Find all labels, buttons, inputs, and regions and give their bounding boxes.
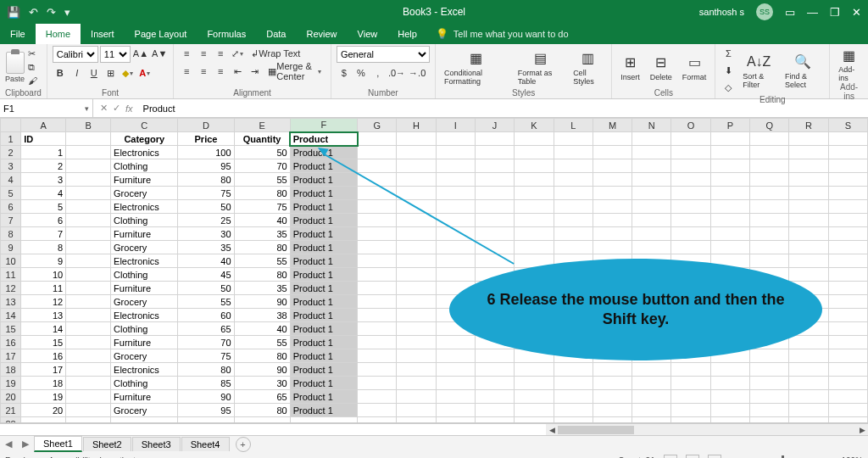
cell-quantity[interactable]: 30 (234, 377, 290, 390)
number-format-select[interactable]: General (337, 46, 430, 63)
cell[interactable] (475, 377, 514, 390)
col-header-N[interactable]: N (632, 119, 671, 132)
cell[interactable] (397, 322, 436, 336)
cell[interactable] (750, 363, 789, 377)
cell[interactable] (632, 132, 671, 146)
cell-quantity[interactable]: 35 (234, 282, 290, 295)
normal-view-button[interactable] (664, 455, 677, 458)
cell[interactable] (66, 227, 111, 241)
cell[interactable] (66, 146, 111, 159)
underline-button[interactable]: U (86, 65, 102, 81)
cell[interactable] (828, 404, 867, 417)
cell-id[interactable]: 18 (21, 377, 66, 390)
cell[interactable] (397, 254, 436, 268)
enter-icon[interactable]: ✓ (113, 103, 120, 114)
sheet-tab-3[interactable]: Sheet3 (132, 437, 181, 451)
cell[interactable] (475, 146, 514, 159)
cell[interactable] (554, 200, 593, 214)
cell[interactable] (632, 417, 671, 424)
cell[interactable] (593, 377, 632, 390)
cell[interactable] (671, 417, 710, 424)
row-header-4[interactable]: 4 (1, 173, 21, 187)
cell[interactable] (828, 295, 867, 309)
cell-category[interactable]: Electronics (111, 146, 178, 159)
cell[interactable] (358, 295, 397, 309)
cell[interactable] (710, 187, 749, 200)
cell[interactable] (828, 132, 867, 146)
cancel-icon[interactable]: ✕ (100, 103, 108, 114)
cell[interactable] (358, 254, 397, 268)
cell[interactable] (671, 159, 710, 173)
cell-price[interactable]: 95 (178, 404, 234, 417)
row-header-11[interactable]: 11 (1, 268, 21, 282)
cell-product[interactable]: Product 1 (290, 173, 357, 187)
cell[interactable] (789, 377, 828, 390)
cell[interactable] (397, 377, 436, 390)
cell-product[interactable]: Product 1 (290, 200, 357, 214)
cell[interactable] (66, 132, 111, 146)
row-header-22[interactable]: 22 (1, 417, 21, 424)
orientation-button[interactable]: ⤢▾ (230, 46, 245, 61)
cell[interactable] (358, 349, 397, 363)
cell-id[interactable]: 6 (21, 214, 66, 227)
cell[interactable] (554, 187, 593, 200)
cell-id[interactable]: 7 (21, 227, 66, 241)
tab-insert[interactable]: Insert (81, 24, 125, 44)
cell[interactable] (750, 404, 789, 417)
page-break-view-button[interactable] (708, 455, 721, 458)
cell-id[interactable]: 14 (21, 322, 66, 336)
tell-me-search[interactable]: 💡 Tell me what you want to do (427, 24, 577, 44)
cell[interactable] (828, 336, 867, 349)
row-header-12[interactable]: 12 (1, 282, 21, 295)
col-header-M[interactable]: M (593, 119, 632, 132)
cell[interactable] (515, 363, 554, 377)
sheet-tab-2[interactable]: Sheet2 (83, 437, 131, 451)
cell[interactable] (515, 187, 554, 200)
cell[interactable] (828, 309, 867, 322)
cell[interactable] (671, 146, 710, 159)
sheet-tab-4[interactable]: Sheet4 (181, 437, 230, 451)
row-header-15[interactable]: 15 (1, 322, 21, 336)
row-header-20[interactable]: 20 (1, 390, 21, 404)
cell-product[interactable]: Product 1 (290, 390, 357, 404)
cell[interactable] (593, 227, 632, 241)
row-header-18[interactable]: 18 (1, 363, 21, 377)
cell-product[interactable]: Product 1 (290, 214, 357, 227)
col-header-H[interactable]: H (397, 119, 436, 132)
cell-category[interactable]: Furniture (111, 282, 178, 295)
cell[interactable] (475, 404, 514, 417)
cell[interactable] (710, 214, 749, 227)
cell-price[interactable]: 60 (178, 309, 234, 322)
cell[interactable] (593, 187, 632, 200)
undo-icon[interactable]: ↶ (29, 6, 38, 19)
cell[interactable] (358, 241, 397, 254)
cell[interactable] (358, 214, 397, 227)
font-name-select[interactable]: Calibri (53, 46, 98, 63)
row-header-19[interactable]: 19 (1, 377, 21, 390)
cell[interactable] (515, 132, 554, 146)
cell[interactable] (632, 227, 671, 241)
cell[interactable] (750, 417, 789, 424)
cell[interactable] (789, 214, 828, 227)
cell[interactable] (66, 349, 111, 363)
align-bottom-button[interactable]: ≡ (213, 46, 228, 61)
cell[interactable] (828, 254, 867, 268)
cell-price[interactable]: 50 (178, 282, 234, 295)
cell[interactable] (789, 227, 828, 241)
cell[interactable] (475, 173, 514, 187)
row-header-1[interactable]: 1 (1, 132, 21, 146)
cell[interactable] (397, 227, 436, 241)
cell[interactable] (475, 200, 514, 214)
cell[interactable] (397, 336, 436, 349)
cell[interactable] (21, 417, 66, 424)
row-header-2[interactable]: 2 (1, 146, 21, 159)
cell[interactable] (828, 241, 867, 254)
cell[interactable] (436, 268, 475, 282)
cell-id[interactable]: 9 (21, 254, 66, 268)
qat-dropdown-icon[interactable]: ▾ (64, 6, 70, 19)
cell[interactable] (554, 214, 593, 227)
border-button[interactable]: ⊞ (103, 65, 119, 81)
cell-product[interactable]: Product 1 (290, 349, 357, 363)
cell[interactable] (178, 417, 234, 424)
cell[interactable] (828, 187, 867, 200)
